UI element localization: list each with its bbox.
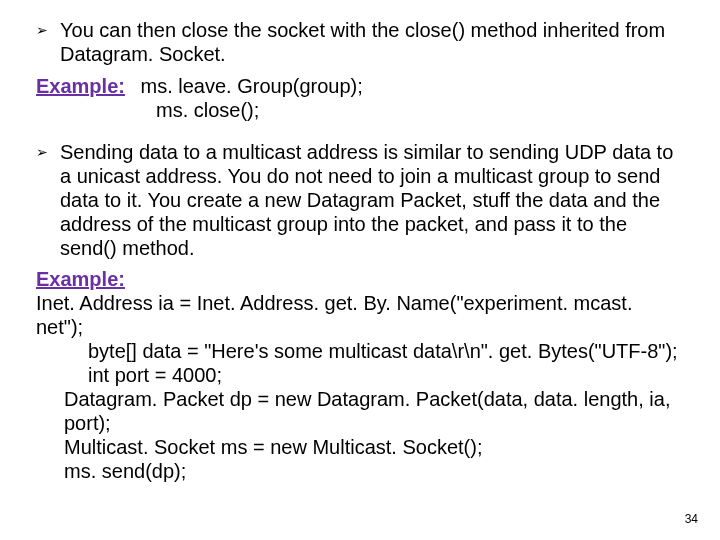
example-2-line-2: byte[] data = "Here's some multicast dat… xyxy=(36,339,684,363)
example-2-line-5: Multicast. Socket ms = new Multicast. So… xyxy=(36,435,684,459)
example-1-line-2: ms. close(); xyxy=(36,98,684,122)
example-1: Example: ms. leave. Group(group); ms. cl… xyxy=(36,74,684,122)
example-2-line-6: ms. send(dp); xyxy=(36,459,684,483)
bullet-arrow-icon: ➢ xyxy=(36,18,48,42)
bullet-arrow-icon: ➢ xyxy=(36,140,48,164)
example-1-label: Example: xyxy=(36,75,125,97)
slide: ➢ You can then close the socket with the… xyxy=(0,0,720,540)
example-2-line-1: Inet. Address ia = Inet. Address. get. B… xyxy=(36,291,684,339)
example-1-line-1: ms. leave. Group(group); xyxy=(129,75,362,97)
bullet-2: ➢ Sending data to a multicast address is… xyxy=(36,140,684,260)
page-number: 34 xyxy=(685,512,698,526)
example-2: Example: Inet. Address ia = Inet. Addres… xyxy=(36,268,684,483)
bullet-1: ➢ You can then close the socket with the… xyxy=(36,18,684,66)
example-1-line-1-text: ms. leave. Group(group); xyxy=(141,75,363,97)
example-2-label: Example: xyxy=(36,268,684,291)
example-2-line-4: Datagram. Packet dp = new Datagram. Pack… xyxy=(36,387,684,435)
example-2-line-3: int port = 4000; xyxy=(36,363,684,387)
example-1-row: Example: ms. leave. Group(group); xyxy=(36,74,684,98)
bullet-2-text: Sending data to a multicast address is s… xyxy=(60,140,684,260)
bullet-1-text: You can then close the socket with the c… xyxy=(60,18,684,66)
